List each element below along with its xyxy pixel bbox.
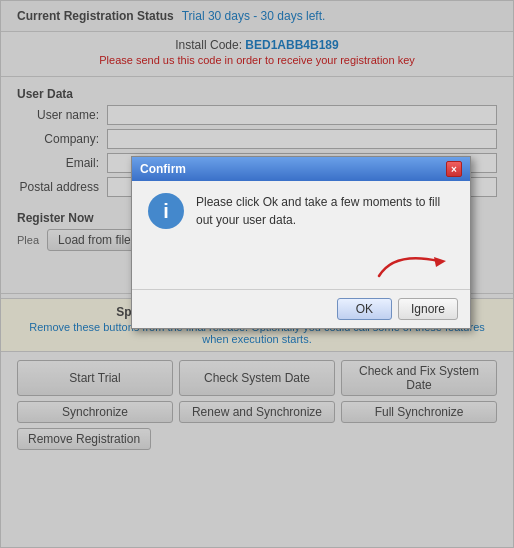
modal-footer: OK Ignore — [132, 289, 470, 328]
modal-titlebar: Confirm × — [132, 157, 470, 181]
confirm-dialog: Confirm × i Please click Ok and take a f… — [131, 156, 471, 329]
modal-title: Confirm — [140, 162, 186, 176]
modal-arrow — [132, 241, 470, 289]
ignore-button[interactable]: Ignore — [398, 298, 458, 320]
main-window: Current Registration Status Trial 30 day… — [0, 0, 514, 548]
ok-button[interactable]: OK — [337, 298, 392, 320]
modal-overlay: Confirm × i Please click Ok and take a f… — [1, 1, 513, 547]
modal-message: Please click Ok and take a few moments t… — [196, 193, 454, 229]
info-icon: i — [148, 193, 184, 229]
modal-body: i Please click Ok and take a few moments… — [132, 181, 470, 241]
svg-marker-0 — [434, 257, 446, 267]
modal-close-button[interactable]: × — [446, 161, 462, 177]
